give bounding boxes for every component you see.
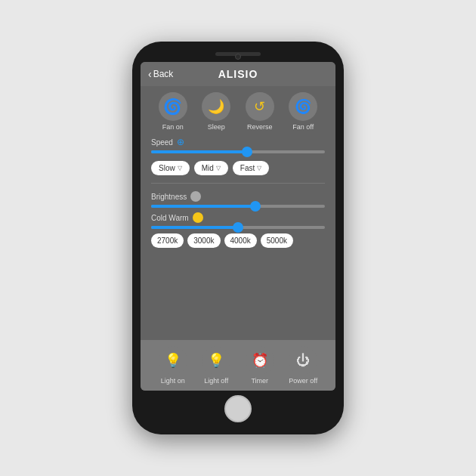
back-label: Back xyxy=(153,69,174,79)
brightness-label-row: Brightness xyxy=(151,191,325,202)
speed-slider-thumb xyxy=(242,147,252,157)
mid-label: Mid xyxy=(202,164,214,172)
4000k-label: 4000k xyxy=(230,236,251,245)
timer-label: Timer xyxy=(251,377,268,385)
fan-off-icon-circle: 🌀 xyxy=(289,92,317,121)
divider xyxy=(151,183,325,184)
2700k-button[interactable]: 2700k xyxy=(151,233,184,248)
2700k-label: 2700k xyxy=(157,236,178,245)
fast-label: Fast xyxy=(240,164,255,172)
3000k-label: 3000k xyxy=(193,236,214,245)
5000k-button[interactable]: 5000k xyxy=(261,233,293,248)
light-on-icon: 💡 xyxy=(165,352,181,369)
mid-filter-icon: ▽ xyxy=(216,165,221,172)
reverse-icon: ↺ xyxy=(254,98,265,115)
brightness-section: Brightness xyxy=(151,191,325,208)
fan-on-button[interactable]: 🌀 Fan on xyxy=(159,92,187,131)
cold-warm-label: Cold Warm xyxy=(151,214,189,222)
light-on-button[interactable]: 💡 Light on xyxy=(159,346,187,385)
cold-warm-section: Cold Warm xyxy=(151,212,325,229)
brightness-slider-fill xyxy=(151,205,255,208)
fan-on-label: Fan on xyxy=(162,123,184,131)
main-content: 🌀 Fan on 🌙 Sleep ↺ Reverse xyxy=(141,86,335,340)
back-button[interactable]: ‹ Back xyxy=(148,68,173,80)
speed-slider-fill xyxy=(151,150,247,153)
fan-buttons-row: 🌀 Fan on 🌙 Sleep ↺ Reverse xyxy=(151,92,325,131)
moon-icon xyxy=(190,191,201,202)
light-on-icon-circle: 💡 xyxy=(159,346,187,375)
camera xyxy=(235,54,241,60)
power-off-label: Power off xyxy=(289,377,317,385)
sleep-icon: 🌙 xyxy=(208,98,224,115)
speed-label-row: Speed ⊕ xyxy=(151,137,325,147)
slow-filter-icon: ▽ xyxy=(178,165,182,172)
light-off-label: Light off xyxy=(204,377,228,385)
page-title: ALISIO xyxy=(218,68,258,80)
phone-screen: ‹ Back ALISIO 🌀 Fan on 🌙 Sleep xyxy=(141,62,335,391)
light-off-icon-circle: 💡 xyxy=(202,346,230,375)
brightness-slider[interactable] xyxy=(151,205,325,208)
timer-icon-circle: ⏰ xyxy=(246,346,274,375)
power-off-icon-circle: ⏻ xyxy=(289,346,317,375)
5000k-label: 5000k xyxy=(267,236,287,245)
fan-off-button[interactable]: 🌀 Fan off xyxy=(289,92,317,131)
speed-icon: ⊕ xyxy=(177,137,184,147)
light-off-button[interactable]: 💡 Light off xyxy=(202,346,230,385)
power-off-button[interactable]: ⏻ Power off xyxy=(289,346,317,385)
home-button-wrap xyxy=(224,395,252,422)
light-section: Brightness Cold Warm xyxy=(151,191,325,248)
timer-button[interactable]: ⏰ Timer xyxy=(246,346,274,385)
reverse-icon-circle: ↺ xyxy=(246,92,274,121)
speed-slider[interactable] xyxy=(151,150,325,153)
sleep-label: Sleep xyxy=(208,123,225,131)
speed-label: Speed xyxy=(151,138,173,147)
fan-off-label: Fan off xyxy=(292,123,314,131)
light-off-icon: 💡 xyxy=(208,352,224,369)
action-buttons-row: 💡 Light on 💡 Light off ⏰ Timer ⏻ xyxy=(141,340,335,391)
4000k-button[interactable]: 4000k xyxy=(224,233,257,248)
sleep-button[interactable]: 🌙 Sleep xyxy=(202,92,230,131)
brightness-slider-thumb xyxy=(250,201,261,212)
3000k-button[interactable]: 3000k xyxy=(187,233,220,248)
brightness-label: Brightness xyxy=(151,193,187,201)
power-off-icon: ⏻ xyxy=(296,353,310,369)
fast-button[interactable]: Fast ▽ xyxy=(233,161,269,175)
fan-on-icon: 🌀 xyxy=(163,97,182,116)
fan-off-icon: 🌀 xyxy=(295,98,311,115)
slow-button[interactable]: Slow ▽ xyxy=(151,161,190,175)
speed-buttons-row: Slow ▽ Mid ▽ Fast ▽ xyxy=(151,161,325,175)
sun-icon xyxy=(193,212,203,223)
cold-warm-slider[interactable] xyxy=(151,226,325,229)
fan-on-icon-circle: 🌀 xyxy=(159,92,187,121)
home-button[interactable] xyxy=(224,395,252,422)
reverse-label: Reverse xyxy=(247,123,273,131)
back-chevron-icon: ‹ xyxy=(148,68,152,80)
speed-section: Speed ⊕ xyxy=(151,137,325,153)
sleep-icon-circle: 🌙 xyxy=(202,92,230,121)
fast-filter-icon: ▽ xyxy=(257,165,261,172)
mid-button[interactable]: Mid ▽ xyxy=(194,161,228,175)
header: ‹ Back ALISIO xyxy=(141,62,335,86)
temp-buttons-row: 2700k 3000k 4000k 5000k xyxy=(151,233,325,248)
phone-device: ‹ Back ALISIO 🌀 Fan on 🌙 Sleep xyxy=(132,42,344,434)
slow-label: Slow xyxy=(159,164,175,172)
reverse-button[interactable]: ↺ Reverse xyxy=(246,92,274,131)
timer-icon: ⏰ xyxy=(252,352,268,369)
light-on-label: Light on xyxy=(161,377,185,385)
cold-warm-slider-thumb xyxy=(233,222,243,233)
cold-warm-label-row: Cold Warm xyxy=(151,212,325,223)
cold-warm-slider-fill xyxy=(151,226,238,229)
